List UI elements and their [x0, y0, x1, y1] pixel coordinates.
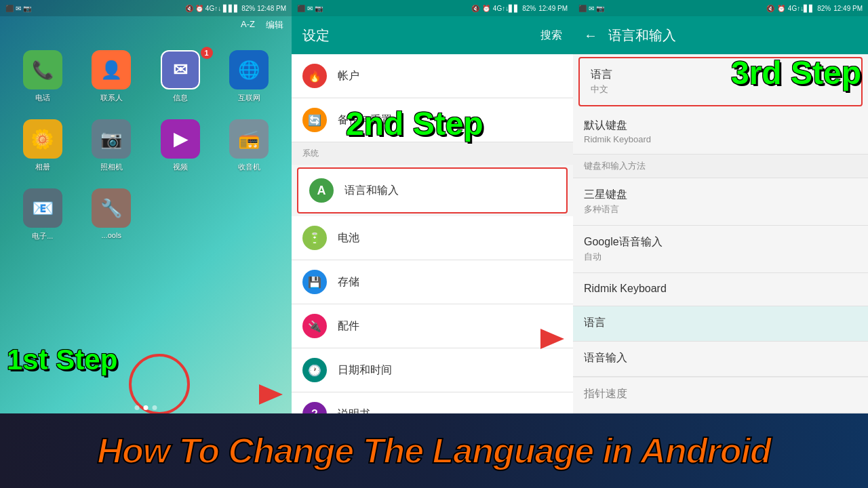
settings-item-accessories[interactable]: 🔌 配件 — [292, 304, 573, 348]
accessories-label: 配件 — [338, 319, 359, 333]
storage-label: 存储 — [338, 275, 359, 289]
settings-search-button[interactable]: 搜索 — [540, 28, 562, 43]
p2-alarm-icon: ⏰ — [482, 5, 490, 12]
p1-top-controls: A-Z 编辑 — [0, 16, 292, 34]
p2-time: 12:49 PM — [538, 5, 568, 12]
google-voice-sub: 自动 — [584, 251, 857, 263]
step1-label: 1st Step — [7, 344, 117, 376]
app-messages[interactable]: ✉ 1 信息 — [151, 50, 210, 103]
ridmik-title: Ridmik Keyboard — [584, 283, 857, 295]
step2-label: 2nd Step — [346, 105, 484, 142]
bottom-banner: How To Change The Language in Android — [0, 413, 868, 488]
app-browser[interactable]: 🌐 互联网 — [220, 50, 279, 103]
p3-battery: 82% — [817, 5, 831, 12]
settings-item-language[interactable]: A 语言和输入 — [297, 167, 568, 214]
p2-status-left: ⬛ ✉ 📷 — [297, 5, 323, 12]
p1-status-bar: ⬛ ✉ 📷 🔇 ⏰ 4G↑↓ ▋▋▋ 82% 12:48 PM — [0, 0, 292, 16]
samsung-keyboard-sub: 多种语言 — [584, 203, 857, 216]
p3-notif-icons: ⬛ ✉ 📷 — [578, 5, 604, 12]
signal-bars: ▋▋▋ — [223, 5, 239, 12]
radio-icon: 📻 — [229, 119, 269, 159]
p3-time: 12:49 PM — [833, 5, 863, 12]
phone-icon: 📞 — [23, 50, 62, 89]
lang-item-voice-input[interactable]: 语音输入 — [573, 342, 868, 377]
p1-status-left: ⬛ ✉ 📷 — [5, 5, 31, 12]
browser-label: 互联网 — [238, 93, 260, 103]
ridmik-lang-title: 语言 — [584, 316, 857, 330]
system-section-header: 系统 — [292, 142, 573, 165]
video-label: 视频 — [173, 162, 188, 172]
lang-input-header: ← 语言和输入 — [573, 16, 868, 54]
keyboard-section-header: 键盘和输入方法 — [573, 155, 868, 178]
lang-item-samsung-keyboard[interactable]: 三星键盘 多种语言 — [573, 178, 868, 226]
p1-time: 12:48 PM — [257, 5, 286, 12]
banner-text: How To Change The Language in Android — [97, 430, 770, 471]
datetime-label: 日期和时间 — [338, 363, 392, 378]
settings-item-storage[interactable]: 💾 存储 — [292, 260, 573, 304]
email-icon: 📧 — [23, 188, 62, 228]
voice-input-title: 语音输入 — [584, 351, 857, 365]
svg-marker-1 — [540, 329, 564, 349]
edit-button[interactable]: 编辑 — [266, 19, 283, 31]
p3-alarm-icon: ⏰ — [777, 5, 785, 12]
app-gallery[interactable]: 🌼 相册 — [14, 119, 72, 172]
camera-icon: 📷 — [92, 119, 131, 159]
az-sort-button[interactable]: A-Z — [241, 19, 255, 31]
contacts-label: 联系人 — [100, 93, 123, 103]
app-camera[interactable]: 📷 照相机 — [83, 119, 141, 172]
storage-icon: 💾 — [302, 270, 327, 294]
back-button[interactable]: ← — [584, 28, 597, 43]
p3-status-right: 🔇 ⏰ 4G↑↓▋▋ 82% 12:49 PM — [766, 5, 863, 12]
p1-status-right: 🔇 ⏰ 4G↑↓ ▋▋▋ 82% 12:48 PM — [185, 5, 286, 12]
p3-status-left: ⬛ ✉ 📷 — [578, 5, 604, 12]
lang-item-ridmik[interactable]: Ridmik Keyboard — [573, 273, 868, 306]
battery-percent: 82% — [241, 5, 255, 12]
page-dots — [135, 405, 157, 410]
gallery-label: 相册 — [35, 162, 50, 172]
svg-marker-0 — [259, 384, 283, 405]
mute-icon: 🔇 — [185, 5, 193, 12]
app-email[interactable]: 📧 电子... — [14, 188, 72, 241]
app-grid-row3: 📧 电子... 🔧 ...ools — [0, 178, 292, 252]
p2-mute-icon: 🔇 — [471, 5, 479, 12]
p2-battery: 82% — [522, 5, 536, 12]
default-keyboard-title: 默认键盘 — [584, 119, 857, 133]
video-icon: ▶ — [161, 119, 200, 159]
tools-label: ...ools — [102, 231, 121, 239]
app-radio[interactable]: 📻 收音机 — [220, 119, 279, 172]
language-icon: A — [309, 178, 334, 203]
battery-icon: 🔋 — [302, 226, 327, 250]
app-phone[interactable]: 📞 电话 — [14, 50, 72, 103]
app-video[interactable]: ▶ 视频 — [151, 119, 210, 172]
dot-3 — [153, 405, 157, 410]
p3-mute-icon: 🔇 — [766, 5, 774, 12]
p3-signal: 4G↑↓▋▋ — [788, 5, 814, 12]
p3-status-bar: ⬛ ✉ 📷 🔇 ⏰ 4G↑↓▋▋ 82% 12:49 PM — [573, 0, 868, 16]
app-grid-row1: 📞 电话 👤 联系人 ✉ 1 信息 🌐 互联网 — [0, 39, 292, 114]
settings-item-flame[interactable]: 🔥 帐户 — [292, 54, 573, 98]
dot-1 — [135, 405, 140, 410]
settings-item-battery[interactable]: 🔋 电池 — [292, 216, 573, 260]
p2-status-right: 🔇 ⏰ 4G↑↓▋▋ 82% 12:49 PM — [471, 5, 568, 12]
signal-4g: 4G↑↓ — [205, 5, 221, 12]
lang-item-ridmik-lang[interactable]: 语言 — [573, 306, 868, 342]
lang-input-title: 语言和输入 — [608, 26, 676, 45]
message-badge: 1 — [201, 47, 213, 59]
app-tools[interactable]: 🔧 ...ools — [83, 188, 141, 241]
phone-label: 电话 — [35, 93, 50, 103]
notification-icons: ⬛ ✉ 📷 — [5, 5, 31, 12]
email-label: 电子... — [32, 231, 53, 241]
settings-item-datetime[interactable]: 🕐 日期和时间 — [292, 348, 573, 392]
lang-item-pointer-speed[interactable]: 指针速度 — [573, 377, 868, 413]
pointer-speed-title: 指针速度 — [584, 387, 857, 401]
lang-item-default-keyboard[interactable]: 默认键盘 Ridmik Keyboard — [573, 109, 868, 155]
settings-header: 设定 搜索 — [292, 16, 573, 54]
messages-label: 信息 — [173, 93, 188, 103]
step3-label: 3rd Step — [731, 54, 861, 92]
lang-item-google-voice[interactable]: Google语音输入 自动 — [573, 226, 868, 273]
radio-label: 收音机 — [238, 162, 260, 172]
app-contacts[interactable]: 👤 联系人 — [83, 50, 141, 103]
messages-icon: ✉ — [161, 50, 200, 89]
dot-2 — [144, 405, 149, 410]
p2-status-bar: ⬛ ✉ 📷 🔇 ⏰ 4G↑↓▋▋ 82% 12:49 PM — [292, 0, 573, 16]
